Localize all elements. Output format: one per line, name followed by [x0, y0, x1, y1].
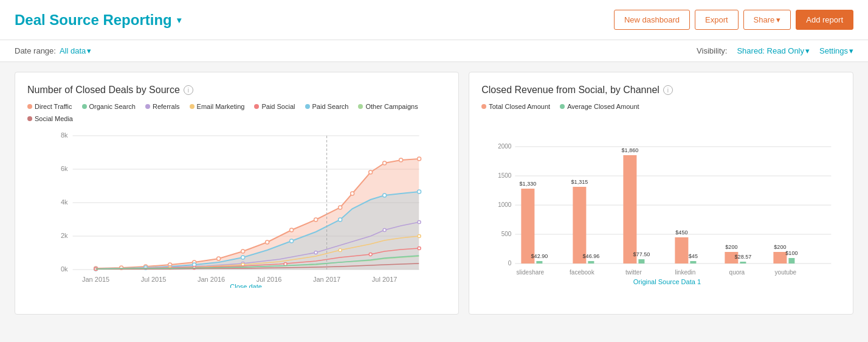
svg-point-42 — [383, 194, 387, 197]
right-chart-title-text: Closed Revenue from Social, by Channel — [481, 85, 660, 96]
svg-text:2k: 2k — [61, 232, 68, 239]
svg-point-33 — [399, 158, 403, 162]
svg-point-49 — [418, 221, 421, 224]
svg-point-58 — [369, 253, 372, 256]
legend-label-total: Total Closed Amount — [489, 103, 550, 110]
export-button[interactable]: Export — [695, 10, 739, 30]
legend-dot-avg — [560, 104, 565, 109]
bar-twitter-total — [624, 155, 637, 263]
svg-text:$77.50: $77.50 — [633, 251, 650, 257]
right-chart-info-icon[interactable]: i — [663, 85, 673, 95]
svg-point-31 — [369, 170, 373, 174]
visibility-arrow: ▾ — [805, 46, 810, 55]
svg-point-48 — [383, 229, 386, 232]
legend-dot-direct — [27, 104, 32, 109]
legend-email-marketing: Email Marketing — [190, 103, 245, 110]
svg-text:twitter: twitter — [625, 269, 642, 276]
svg-text:slideshare: slideshare — [517, 269, 545, 276]
svg-text:Jan 2015: Jan 2015 — [82, 276, 109, 283]
svg-point-24 — [217, 257, 221, 260]
svg-point-28 — [314, 218, 318, 222]
svg-point-41 — [339, 218, 342, 222]
svg-text:linkedin: linkedin — [675, 269, 696, 276]
title-dropdown-arrow[interactable]: ▾ — [177, 15, 181, 25]
legend-avg-closed: Average Closed Amount — [560, 103, 639, 110]
svg-point-53 — [339, 249, 342, 252]
share-dropdown-icon: ▾ — [776, 15, 780, 24]
svg-text:Close date: Close date — [230, 283, 262, 288]
svg-text:0: 0 — [508, 260, 512, 267]
svg-text:2000: 2000 — [498, 143, 512, 150]
left-chart-info-icon[interactable]: i — [184, 85, 193, 95]
header: Deal Source Reporting ▾ New dashboard Ex… — [0, 0, 868, 40]
svg-text:0k: 0k — [61, 265, 68, 273]
settings-button[interactable]: Settings ▾ — [819, 46, 853, 55]
legend-label-direct: Direct Traffic — [35, 103, 72, 110]
bar-twitter-avg — [639, 259, 645, 263]
svg-text:$100: $100 — [786, 250, 798, 256]
legend-label-social: Social Media — [35, 115, 73, 122]
legend-dot-social — [27, 116, 32, 121]
svg-point-27 — [290, 228, 294, 232]
svg-text:6k: 6k — [61, 165, 68, 172]
svg-text:$1,330: $1,330 — [520, 181, 537, 187]
bar-slideshare-total — [522, 189, 535, 263]
svg-text:$42.90: $42.90 — [531, 253, 548, 259]
date-range-value[interactable]: All data ▾ — [60, 46, 91, 55]
left-chart-title-text: Number of Closed Deals by Source — [27, 85, 180, 96]
visibility-text: Shared: Read Only — [737, 46, 804, 55]
legend-direct-traffic: Direct Traffic — [27, 103, 72, 110]
settings-text: Settings — [819, 46, 848, 55]
bar-facebook-total — [573, 187, 587, 263]
svg-text:8k: 8k — [61, 131, 68, 139]
svg-text:500: 500 — [501, 231, 512, 237]
bar-linkedin-avg — [691, 261, 697, 263]
toolbar-right: Visibility: Shared: Read Only ▾ Settings… — [697, 46, 853, 55]
svg-point-32 — [383, 161, 387, 165]
svg-point-26 — [266, 240, 269, 244]
legend-dot-organic — [82, 104, 87, 109]
add-report-button[interactable]: Add report — [796, 10, 853, 30]
svg-text:Jul 2017: Jul 2017 — [372, 276, 398, 283]
svg-point-54 — [418, 235, 421, 238]
legend-other-campaigns: Other Campaigns — [358, 103, 418, 110]
right-chart-title: Closed Revenue from Social, by Channel i — [481, 85, 841, 96]
legend-dot-total — [481, 104, 486, 109]
share-label: Share — [754, 15, 775, 24]
legend-label-paid-social: Paid Social — [261, 103, 295, 110]
svg-text:facebook: facebook — [570, 269, 595, 276]
legend-dot-other — [358, 104, 363, 109]
toolbar-left: Date range: All data ▾ — [15, 46, 91, 55]
legend-label-referrals: Referrals — [153, 103, 180, 110]
svg-text:Jan 2017: Jan 2017 — [313, 276, 340, 283]
share-button[interactable]: Share ▾ — [743, 10, 791, 30]
left-chart-title: Number of Closed Deals by Source i — [27, 85, 446, 96]
svg-point-40 — [290, 239, 294, 243]
legend-organic-search: Organic Search — [82, 103, 136, 110]
legend-label-paid-search: Paid Search — [312, 103, 349, 110]
legend-dot-paid-social — [254, 104, 259, 109]
new-dashboard-button[interactable]: New dashboard — [614, 10, 690, 30]
legend-dot-email — [190, 104, 195, 109]
svg-text:1000: 1000 — [498, 201, 512, 208]
svg-text:Jan 2016: Jan 2016 — [198, 276, 225, 283]
svg-text:$1,315: $1,315 — [571, 179, 588, 185]
bar-quora-avg — [740, 262, 746, 263]
visibility-value[interactable]: Shared: Read Only ▾ — [737, 46, 810, 55]
svg-point-39 — [241, 256, 245, 259]
settings-arrow: ▾ — [849, 46, 853, 55]
svg-text:$46.96: $46.96 — [583, 253, 600, 259]
visibility-label: Visibility: — [697, 46, 727, 55]
right-chart-card: Closed Revenue from Social, by Channel i… — [469, 72, 853, 315]
svg-text:$200: $200 — [726, 244, 738, 250]
toolbar: Date range: All data ▾ Visibility: Share… — [0, 40, 868, 62]
svg-point-30 — [351, 192, 354, 195]
legend-label-avg: Average Closed Amount — [567, 103, 639, 110]
svg-text:Jul 2016: Jul 2016 — [257, 276, 282, 283]
svg-point-47 — [314, 251, 317, 254]
legend-label-email: Email Marketing — [197, 103, 245, 110]
svg-point-43 — [418, 190, 421, 194]
svg-point-25 — [241, 250, 245, 253]
legend-label-other: Other Campaigns — [365, 103, 418, 110]
svg-point-34 — [418, 157, 421, 161]
